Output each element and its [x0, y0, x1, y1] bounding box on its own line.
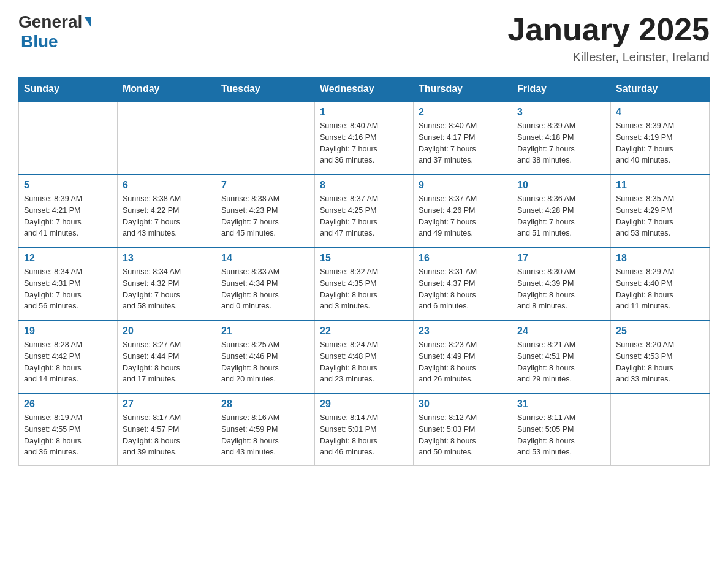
day-info: Sunrise: 8:29 AM Sunset: 4:40 PM Dayligh… [616, 266, 704, 312]
day-info: Sunrise: 8:37 AM Sunset: 4:26 PM Dayligh… [419, 193, 507, 239]
day-of-week-header: Wednesday [315, 77, 414, 102]
calendar-week-row: 19Sunrise: 8:28 AM Sunset: 4:42 PM Dayli… [19, 320, 710, 393]
day-number: 23 [419, 326, 507, 337]
day-number: 1 [320, 107, 408, 118]
day-info: Sunrise: 8:20 AM Sunset: 4:53 PM Dayligh… [616, 339, 704, 385]
calendar-cell: 3Sunrise: 8:39 AM Sunset: 4:18 PM Daylig… [512, 101, 611, 174]
calendar-header: SundayMondayTuesdayWednesdayThursdayFrid… [19, 77, 710, 102]
day-info: Sunrise: 8:39 AM Sunset: 4:19 PM Dayligh… [616, 120, 704, 166]
day-number: 25 [616, 326, 704, 337]
day-info: Sunrise: 8:33 AM Sunset: 4:34 PM Dayligh… [221, 266, 309, 312]
day-number: 10 [517, 180, 605, 191]
day-info: Sunrise: 8:19 AM Sunset: 4:55 PM Dayligh… [24, 412, 112, 458]
calendar-cell: 6Sunrise: 8:38 AM Sunset: 4:22 PM Daylig… [118, 174, 216, 247]
day-number: 15 [320, 253, 408, 264]
day-of-week-header: Thursday [414, 77, 512, 102]
calendar-cell: 7Sunrise: 8:38 AM Sunset: 4:23 PM Daylig… [216, 174, 315, 247]
day-number: 18 [616, 253, 704, 264]
day-number: 16 [419, 253, 507, 264]
calendar-cell: 5Sunrise: 8:39 AM Sunset: 4:21 PM Daylig… [19, 174, 118, 247]
logo-general-text: General [18, 12, 82, 32]
day-info: Sunrise: 8:34 AM Sunset: 4:32 PM Dayligh… [123, 266, 211, 312]
day-number: 28 [221, 399, 309, 410]
day-info: Sunrise: 8:25 AM Sunset: 4:46 PM Dayligh… [221, 339, 309, 385]
calendar-cell: 10Sunrise: 8:36 AM Sunset: 4:28 PM Dayli… [512, 174, 611, 247]
day-info: Sunrise: 8:16 AM Sunset: 4:59 PM Dayligh… [221, 412, 309, 458]
day-info: Sunrise: 8:40 AM Sunset: 4:16 PM Dayligh… [320, 120, 408, 166]
calendar-cell: 15Sunrise: 8:32 AM Sunset: 4:35 PM Dayli… [315, 247, 414, 320]
calendar-cell: 28Sunrise: 8:16 AM Sunset: 4:59 PM Dayli… [216, 393, 315, 466]
calendar-cell: 16Sunrise: 8:31 AM Sunset: 4:37 PM Dayli… [414, 247, 512, 320]
day-info: Sunrise: 8:24 AM Sunset: 4:48 PM Dayligh… [320, 339, 408, 385]
day-info: Sunrise: 8:34 AM Sunset: 4:31 PM Dayligh… [24, 266, 112, 312]
day-number: 30 [419, 399, 507, 410]
logo: General Blue [18, 12, 93, 52]
calendar-cell [19, 101, 118, 174]
day-info: Sunrise: 8:40 AM Sunset: 4:17 PM Dayligh… [419, 120, 507, 166]
day-of-week-header: Saturday [611, 77, 710, 102]
day-number: 5 [24, 180, 112, 191]
day-info: Sunrise: 8:36 AM Sunset: 4:28 PM Dayligh… [517, 193, 605, 239]
day-of-week-header: Tuesday [216, 77, 315, 102]
calendar-cell: 9Sunrise: 8:37 AM Sunset: 4:26 PM Daylig… [414, 174, 512, 247]
calendar-cell: 27Sunrise: 8:17 AM Sunset: 4:57 PM Dayli… [118, 393, 216, 466]
calendar-cell: 2Sunrise: 8:40 AM Sunset: 4:17 PM Daylig… [414, 101, 512, 174]
calendar-cell: 29Sunrise: 8:14 AM Sunset: 5:01 PM Dayli… [315, 393, 414, 466]
page-header: General Blue January 2025 Killester, Lei… [18, 12, 710, 64]
day-of-week-header: Monday [118, 77, 216, 102]
day-number: 29 [320, 399, 408, 410]
day-number: 17 [517, 253, 605, 264]
day-info: Sunrise: 8:23 AM Sunset: 4:49 PM Dayligh… [419, 339, 507, 385]
day-info: Sunrise: 8:39 AM Sunset: 4:18 PM Dayligh… [517, 120, 605, 166]
calendar-cell [611, 393, 710, 466]
day-info: Sunrise: 8:11 AM Sunset: 5:05 PM Dayligh… [517, 412, 605, 458]
calendar-week-row: 26Sunrise: 8:19 AM Sunset: 4:55 PM Dayli… [19, 393, 710, 466]
logo-blue-text: Blue [21, 32, 58, 52]
day-number: 6 [123, 180, 211, 191]
calendar-cell: 24Sunrise: 8:21 AM Sunset: 4:51 PM Dayli… [512, 320, 611, 393]
day-info: Sunrise: 8:31 AM Sunset: 4:37 PM Dayligh… [419, 266, 507, 312]
day-info: Sunrise: 8:38 AM Sunset: 4:23 PM Dayligh… [221, 193, 309, 239]
calendar-cell: 22Sunrise: 8:24 AM Sunset: 4:48 PM Dayli… [315, 320, 414, 393]
month-title: January 2025 [507, 12, 710, 47]
day-number: 12 [24, 253, 112, 264]
calendar-cell: 1Sunrise: 8:40 AM Sunset: 4:16 PM Daylig… [315, 101, 414, 174]
day-of-week-header: Friday [512, 77, 611, 102]
calendar-cell: 23Sunrise: 8:23 AM Sunset: 4:49 PM Dayli… [414, 320, 512, 393]
title-area: January 2025 Killester, Leinster, Irelan… [507, 12, 710, 64]
calendar-cell [216, 101, 315, 174]
calendar-cell [118, 101, 216, 174]
calendar-cell: 8Sunrise: 8:37 AM Sunset: 4:25 PM Daylig… [315, 174, 414, 247]
day-info: Sunrise: 8:14 AM Sunset: 5:01 PM Dayligh… [320, 412, 408, 458]
day-info: Sunrise: 8:12 AM Sunset: 5:03 PM Dayligh… [419, 412, 507, 458]
day-number: 3 [517, 107, 605, 118]
day-number: 13 [123, 253, 211, 264]
day-info: Sunrise: 8:17 AM Sunset: 4:57 PM Dayligh… [123, 412, 211, 458]
day-number: 2 [419, 107, 507, 118]
day-info: Sunrise: 8:37 AM Sunset: 4:25 PM Dayligh… [320, 193, 408, 239]
header-row: SundayMondayTuesdayWednesdayThursdayFrid… [19, 77, 710, 102]
day-info: Sunrise: 8:32 AM Sunset: 4:35 PM Dayligh… [320, 266, 408, 312]
calendar-table: SundayMondayTuesdayWednesdayThursdayFrid… [18, 77, 710, 466]
calendar-cell: 11Sunrise: 8:35 AM Sunset: 4:29 PM Dayli… [611, 174, 710, 247]
day-info: Sunrise: 8:21 AM Sunset: 4:51 PM Dayligh… [517, 339, 605, 385]
day-number: 11 [616, 180, 704, 191]
day-info: Sunrise: 8:39 AM Sunset: 4:21 PM Dayligh… [24, 193, 112, 239]
day-number: 7 [221, 180, 309, 191]
day-number: 8 [320, 180, 408, 191]
location: Killester, Leinster, Ireland [507, 50, 710, 64]
day-number: 26 [24, 399, 112, 410]
day-number: 27 [123, 399, 211, 410]
logo-triangle-icon [84, 17, 91, 28]
day-number: 24 [517, 326, 605, 337]
calendar-week-row: 1Sunrise: 8:40 AM Sunset: 4:16 PM Daylig… [19, 101, 710, 174]
calendar-cell: 21Sunrise: 8:25 AM Sunset: 4:46 PM Dayli… [216, 320, 315, 393]
calendar-cell: 13Sunrise: 8:34 AM Sunset: 4:32 PM Dayli… [118, 247, 216, 320]
day-number: 19 [24, 326, 112, 337]
calendar-cell: 30Sunrise: 8:12 AM Sunset: 5:03 PM Dayli… [414, 393, 512, 466]
day-info: Sunrise: 8:28 AM Sunset: 4:42 PM Dayligh… [24, 339, 112, 385]
day-info: Sunrise: 8:27 AM Sunset: 4:44 PM Dayligh… [123, 339, 211, 385]
day-info: Sunrise: 8:38 AM Sunset: 4:22 PM Dayligh… [123, 193, 211, 239]
calendar-cell: 19Sunrise: 8:28 AM Sunset: 4:42 PM Dayli… [19, 320, 118, 393]
day-number: 9 [419, 180, 507, 191]
